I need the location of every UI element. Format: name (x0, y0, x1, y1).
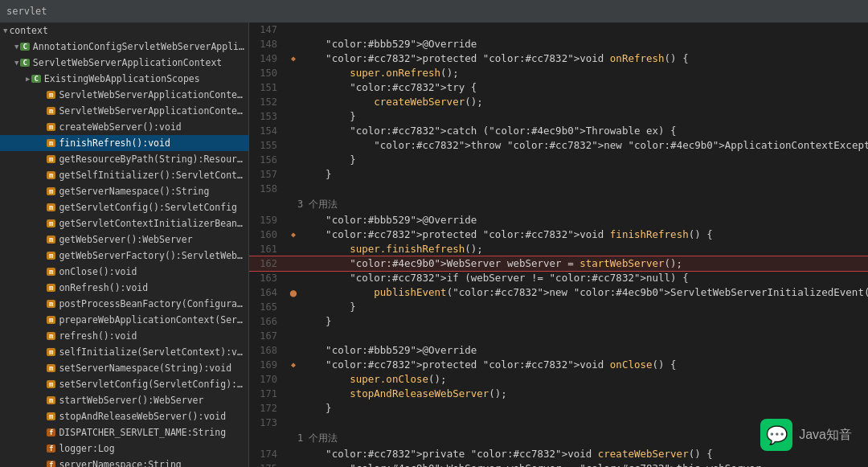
sidebar-item-s6[interactable]: mServletWebServerApplicationContext(Defa… (0, 103, 248, 119)
line-number: 160 (249, 227, 285, 242)
sidebar-item-s15[interactable]: mgetWebServerFactory():ServletWebServerF… (0, 248, 248, 264)
badge-s6: m (47, 107, 55, 115)
sidebar-item-s7[interactable]: mcreateWebServer():void (0, 119, 248, 135)
code-line-161: 161 super.finishRefresh(); (249, 242, 868, 256)
sidebar-label-s7: createWebServer():void (59, 121, 181, 133)
badge-s15: m (47, 252, 55, 260)
badge-s3: C (20, 59, 29, 67)
sidebar-item-s12[interactable]: mgetServletConfig():ServletConfig (0, 199, 248, 215)
line-number: 154 (249, 124, 285, 138)
line-code (301, 329, 868, 343)
line-number: 175 (249, 461, 285, 467)
badge-s18: m (47, 300, 55, 308)
sidebar-item-s18[interactable]: mpostProcessBeanFactory(ConfigurableList… (0, 296, 248, 312)
line-number: 148 (249, 37, 285, 51)
line-gutter (285, 95, 301, 109)
sidebar-label-s15: getWebServerFactory():ServletWebServerFa… (59, 250, 245, 261)
code-line-169: 169◆ "color:#cc7832">protected "color:#c… (249, 358, 868, 372)
badge-s14: m (47, 236, 55, 244)
code-line-162: 162 "color:#4ec9b0">WebServer webServer … (249, 256, 868, 271)
sidebar-item-s5[interactable]: mServletWebServerApplicationContext() (0, 87, 248, 103)
line-code (301, 23, 868, 37)
code-line-175: 175 "color:#4ec9b0">WebServer webServer … (249, 461, 868, 467)
sidebar-label-s27: logger:Log (59, 443, 114, 454)
sidebar-item-s13[interactable]: mgetServletContextInitializerBeans():Col… (0, 215, 248, 231)
line-gutter (285, 387, 301, 401)
line-code: } (301, 300, 868, 314)
line-number: 159 (249, 213, 285, 227)
sidebar-item-s27[interactable]: flogger:Log (0, 440, 248, 457)
badge-s28: f (47, 461, 55, 467)
line-gutter: ● (285, 285, 301, 300)
line-gutter (285, 271, 301, 285)
line-code (301, 182, 868, 196)
line-code (301, 416, 868, 430)
line-code: super.onClose(); (301, 372, 868, 387)
sidebar-label-s22: setServerNamespace(String):void (59, 363, 231, 374)
code-line-154: 154 "color:#cc7832">catch ("color:#4ec9b… (249, 124, 868, 138)
sidebar-item-s11[interactable]: mgetServerNamespace():String (0, 183, 248, 199)
line-code: stopAndReleaseWebServer(); (301, 387, 868, 401)
code-area: 147148 "color:#bbb529">@Override149◆ "co… (249, 23, 868, 467)
sidebar-item-s22[interactable]: msetServerNamespace(String):void (0, 360, 248, 376)
sidebar-label-s13: getServletContextInitializerBeans():Coll… (59, 218, 245, 229)
tree-arrow: ▼ (14, 43, 18, 51)
line-gutter (285, 314, 301, 329)
sidebar-item-s24[interactable]: mstartWebServer():WebServer (0, 392, 248, 408)
sidebar-item-s10[interactable]: mgetSelfInitializer():ServletContextInit… (0, 167, 248, 183)
tree-arrow: ▼ (14, 59, 18, 67)
sidebar-item-s2[interactable]: ▼CAnnotationConfigServletWebServerApplic… (0, 39, 248, 55)
sidebar-item-s3[interactable]: ▼CServletWebServerApplicationContext (0, 55, 248, 71)
sidebar-item-s16[interactable]: monClose():void (0, 264, 248, 280)
badge-s8: m (47, 139, 55, 147)
line-gutter (285, 37, 301, 51)
line-code: "color:#bbb529">@Override (301, 213, 868, 227)
code-line-160: 160◆ "color:#cc7832">protected "color:#c… (249, 227, 868, 242)
sidebar-item-s17[interactable]: monRefresh():void (0, 280, 248, 296)
sidebar-item-s23[interactable]: msetServletConfig(ServletConfig):void (0, 376, 248, 392)
code-line-167: 167 (249, 329, 868, 343)
top-bar-title: servlet (6, 6, 47, 17)
line-number: 170 (249, 372, 285, 387)
line-number: 166 (249, 314, 285, 329)
line-gutter (285, 416, 301, 430)
line-code: "color:#cc7832">if (webServer != "color:… (301, 271, 868, 285)
code-line-171: 171 stopAndReleaseWebServer(); (249, 387, 868, 401)
code-line-153: 153 } (249, 109, 868, 124)
line-number: 164 (249, 285, 285, 300)
sidebar-item-s9[interactable]: mgetResourceByPath(String):Resource (0, 151, 248, 167)
sidebar-label-s18: postProcessBeanFactory(ConfigurableLista… (59, 298, 245, 309)
line-code: } (301, 153, 868, 167)
badge-s24: m (47, 396, 55, 404)
sidebar-item-s25[interactable]: mstopAndReleaseWebServer():void (0, 408, 248, 424)
line-number: 172 (249, 401, 285, 416)
line-gutter (285, 66, 301, 80)
sidebar-item-s1[interactable]: ▼context (0, 23, 248, 39)
badge-s2: C (20, 43, 29, 51)
badge-s5: m (47, 91, 55, 99)
sidebar-label-s11: getServerNamespace():String (59, 186, 209, 197)
sidebar-item-s8[interactable]: mfinishRefresh():void (0, 135, 248, 151)
line-code: "color:#cc7832">catch ("color:#4ec9b0">T… (301, 124, 868, 138)
sidebar-item-s19[interactable]: mprepareWebApplicationContext(ServletCon… (0, 312, 248, 328)
code-line-157: 157 } (249, 167, 868, 182)
line-gutter (285, 461, 301, 467)
sidebar-item-s28[interactable]: fserverNamespace:String (0, 457, 248, 467)
code-content[interactable]: 147148 "color:#bbb529">@Override149◆ "co… (249, 23, 868, 467)
sidebar-item-s21[interactable]: mselfInitialize(ServletContext):void (0, 344, 248, 360)
line-gutter (285, 447, 301, 461)
badge-s7: m (47, 123, 55, 131)
sidebar: ▼context▼CAnnotationConfigServletWebServ… (0, 23, 249, 467)
sidebar-item-s4[interactable]: ▶CExistingWebApplicationScopes (0, 71, 248, 87)
sidebar-item-s14[interactable]: mgetWebServer():WebServer (0, 231, 248, 248)
sidebar-item-s20[interactable]: mrefresh():void (0, 328, 248, 344)
code-line-164: 164● publishEvent("color:#cc7832">new "c… (249, 285, 868, 300)
line-number: 158 (249, 182, 285, 196)
sidebar-label-s25: stopAndReleaseWebServer():void (59, 411, 226, 422)
sidebar-item-s26[interactable]: fDISPATCHER_SERVLET_NAME:String (0, 424, 248, 440)
sidebar-label-s5: ServletWebServerApplicationContext() (59, 89, 245, 100)
top-bar: servlet (0, 0, 868, 23)
sidebar-label-s6: ServletWebServerApplicationContext(Defau… (59, 105, 245, 117)
line-number: 157 (249, 167, 285, 182)
badge-s20: m (47, 332, 55, 340)
